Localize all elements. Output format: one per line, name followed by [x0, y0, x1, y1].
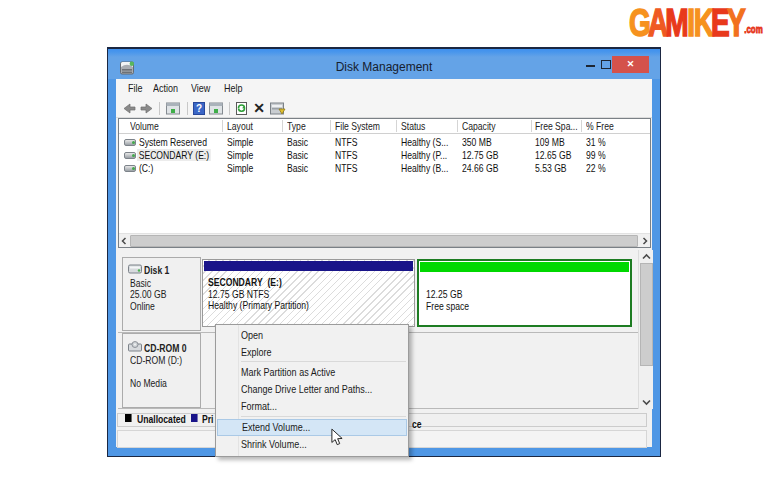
svg-text:?: ?	[196, 103, 202, 114]
